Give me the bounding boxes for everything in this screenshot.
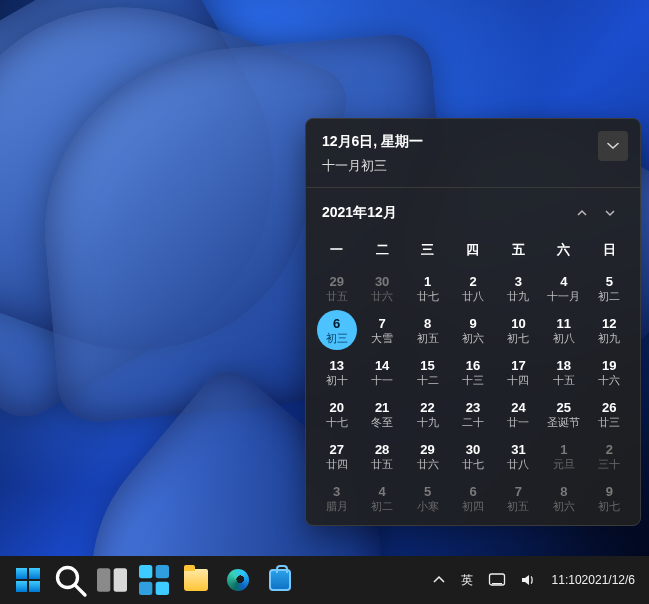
day-lunar: 初七: [598, 501, 620, 512]
taskbar: 英 11:10 2021/12/6: [0, 556, 649, 604]
overflow-button[interactable]: [428, 560, 450, 600]
day-lunar: 初六: [553, 501, 575, 512]
calendar-day[interactable]: 25圣诞节: [541, 393, 586, 435]
day-lunar: 初五: [417, 333, 439, 344]
calendar-day[interactable]: 6初四: [450, 477, 495, 519]
calendar-day[interactable]: 4十一月: [541, 267, 586, 309]
dow-label: 一: [314, 232, 359, 267]
clock-button[interactable]: 11:10 2021/12/6: [548, 560, 641, 600]
calendar-day[interactable]: 2三十: [587, 435, 632, 477]
calendar-day[interactable]: 3腊月: [314, 477, 359, 519]
task-view-button[interactable]: [92, 560, 132, 600]
day-number: 16: [466, 359, 480, 372]
prev-month-button[interactable]: [568, 202, 596, 224]
calendar-day[interactable]: 19十六: [587, 351, 632, 393]
widgets-button[interactable]: [134, 560, 174, 600]
calendar-day[interactable]: 8初五: [405, 309, 450, 351]
calendar-day[interactable]: 29廿六: [405, 435, 450, 477]
day-lunar: 初五: [507, 501, 529, 512]
calendar-day[interactable]: 7初五: [496, 477, 541, 519]
day-number: 8: [424, 317, 431, 330]
day-number: 13: [329, 359, 343, 372]
task-view-icon: [92, 560, 132, 600]
calendar-day[interactable]: 5初二: [587, 267, 632, 309]
calendar-day[interactable]: 24廿一: [496, 393, 541, 435]
day-lunar: 元旦: [553, 459, 575, 470]
volume-icon: [520, 571, 538, 589]
calendar-day[interactable]: 30廿七: [450, 435, 495, 477]
month-navigation: 2021年12月: [306, 188, 640, 232]
calendar-day[interactable]: 20十七: [314, 393, 359, 435]
day-lunar: 初十: [326, 375, 348, 386]
day-number: 12: [602, 317, 616, 330]
calendar-day[interactable]: 12初九: [587, 309, 632, 351]
calendar-day[interactable]: 10初七: [496, 309, 541, 351]
day-number: 5: [606, 275, 613, 288]
day-number: 29: [329, 275, 343, 288]
calendar-day[interactable]: 1元旦: [541, 435, 586, 477]
calendar-day[interactable]: 13初十: [314, 351, 359, 393]
calendar-day[interactable]: 14十一: [359, 351, 404, 393]
start-button[interactable]: [8, 560, 48, 600]
day-lunar: 初九: [598, 333, 620, 344]
widgets-icon: [134, 560, 174, 600]
calendar-day[interactable]: 7大雪: [359, 309, 404, 351]
calendar-day[interactable]: 9初六: [450, 309, 495, 351]
clock-date: 2021/12/6: [582, 573, 635, 587]
calendar-grid: 29廿五30廿六1廿七2廿八3廿九4十一月5初二6初三7大雪8初五9初六10初七…: [306, 267, 640, 519]
day-number: 9: [606, 485, 613, 498]
calendar-day[interactable]: 5小寒: [405, 477, 450, 519]
day-number: 9: [469, 317, 476, 330]
calendar-day[interactable]: 2廿八: [450, 267, 495, 309]
day-lunar: 十七: [326, 417, 348, 428]
calendar-day-today[interactable]: 6初三: [317, 310, 357, 350]
ime-mode-button[interactable]: [484, 560, 510, 600]
volume-button[interactable]: [516, 560, 542, 600]
edge-icon: [227, 569, 249, 591]
day-lunar: 廿一: [507, 417, 529, 428]
store-button[interactable]: [260, 560, 300, 600]
calendar-day[interactable]: 4初二: [359, 477, 404, 519]
calendar-day[interactable]: 31廿八: [496, 435, 541, 477]
day-lunar: 廿三: [598, 417, 620, 428]
calendar-day[interactable]: 9初七: [587, 477, 632, 519]
calendar-day[interactable]: 28廿五: [359, 435, 404, 477]
calendar-day[interactable]: 3廿九: [496, 267, 541, 309]
day-number: 8: [560, 485, 567, 498]
svg-rect-3: [114, 568, 127, 591]
calendar-day[interactable]: 26廿三: [587, 393, 632, 435]
calendar-day[interactable]: 30廿六: [359, 267, 404, 309]
search-button[interactable]: [50, 560, 90, 600]
calendar-day[interactable]: 8初六: [541, 477, 586, 519]
file-explorer-button[interactable]: [176, 560, 216, 600]
dow-label: 三: [405, 232, 450, 267]
day-lunar: 初八: [553, 333, 575, 344]
calendar-day[interactable]: 17十四: [496, 351, 541, 393]
calendar-day[interactable]: 15十二: [405, 351, 450, 393]
calendar-day[interactable]: 18十五: [541, 351, 586, 393]
day-lunar: 廿七: [417, 291, 439, 302]
next-month-button[interactable]: [596, 202, 624, 224]
calendar-day[interactable]: 27廿四: [314, 435, 359, 477]
day-lunar: 初四: [462, 501, 484, 512]
collapse-button[interactable]: [598, 131, 628, 161]
day-number: 3: [333, 485, 340, 498]
day-number: 28: [375, 443, 389, 456]
dow-label: 二: [359, 232, 404, 267]
month-label[interactable]: 2021年12月: [322, 204, 568, 222]
edge-button[interactable]: [218, 560, 258, 600]
day-number: 31: [511, 443, 525, 456]
calendar-day[interactable]: 11初八: [541, 309, 586, 351]
calendar-day[interactable]: 16十三: [450, 351, 495, 393]
calendar-day[interactable]: 23二十: [450, 393, 495, 435]
svg-line-1: [76, 586, 85, 595]
day-number: 14: [375, 359, 389, 372]
day-number: 21: [375, 401, 389, 414]
day-number: 7: [379, 317, 386, 330]
calendar-day[interactable]: 21冬至: [359, 393, 404, 435]
svg-rect-2: [97, 568, 110, 591]
calendar-day[interactable]: 29廿五: [314, 267, 359, 309]
calendar-day[interactable]: 22十九: [405, 393, 450, 435]
calendar-day[interactable]: 1廿七: [405, 267, 450, 309]
ime-indicator[interactable]: 英: [456, 560, 478, 600]
